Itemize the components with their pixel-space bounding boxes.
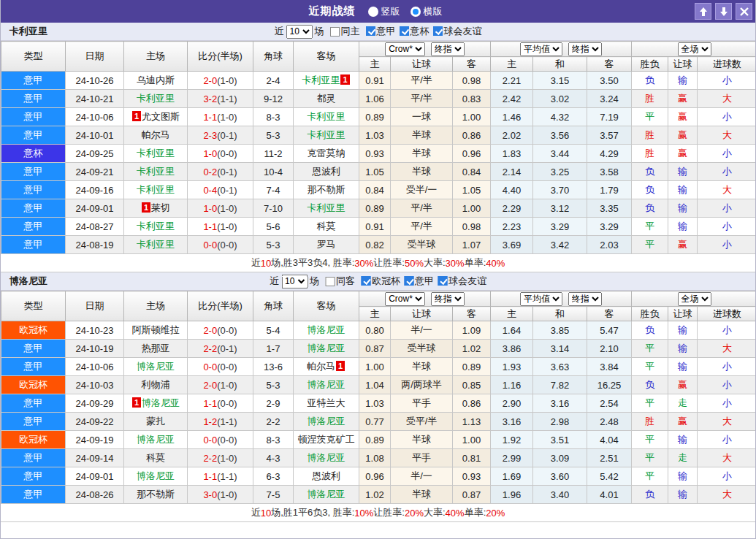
- team-name-text: 博洛尼亚: [137, 434, 175, 445]
- avg-odds-cell: 3.44: [533, 145, 587, 163]
- competition-cell: 意甲: [1, 72, 66, 90]
- checkbox-icon: [361, 276, 370, 286]
- match-row: 欧冠杯24-09-19博洛尼亚0-0(0-0)8-3顿涅茨克矿工0.89半球1.…: [1, 431, 756, 449]
- competition-cell: 意甲: [1, 108, 66, 126]
- result-cell: 大: [698, 90, 756, 108]
- col-away-odds: 客: [453, 57, 491, 72]
- move-down-button[interactable]: [715, 3, 732, 20]
- average-group-header: 平均值 终指: [491, 42, 632, 57]
- result-cell: 输: [668, 467, 698, 486]
- team-cell: 卡利亚里: [294, 199, 359, 218]
- average-select[interactable]: 平均值: [520, 42, 562, 56]
- result-cell: 负: [632, 163, 668, 181]
- score-cell: 0-0(0-0): [188, 236, 253, 254]
- corner-cell: 11-2: [253, 145, 294, 163]
- halftime-score: (0-1): [217, 185, 237, 196]
- close-button[interactable]: [736, 3, 752, 20]
- avg-odds-cell: 3.15: [533, 72, 587, 90]
- final-odds-select[interactable]: 终指: [431, 42, 465, 56]
- score-cell: 0-0(0-0): [188, 358, 253, 376]
- avg-odds-cell: 3.24: [587, 90, 632, 108]
- competition-cell: 欧冠杯: [1, 376, 66, 394]
- avg-odds-cell: 2.02: [491, 126, 533, 145]
- team-cell: 博洛尼亚: [294, 413, 359, 431]
- close-icon: [740, 7, 749, 16]
- team-cell: 1尤文图斯: [124, 108, 188, 126]
- checkbox-icon: [325, 277, 335, 286]
- final-odds-select[interactable]: 终指: [568, 42, 602, 56]
- competition-cell: 意甲: [1, 358, 66, 376]
- col-avg-draw: 和: [533, 307, 587, 321]
- corner-cell: 1-7: [253, 340, 294, 358]
- odds-cell: 平手: [391, 449, 453, 467]
- final-odds-select[interactable]: 终指: [568, 292, 602, 306]
- col-corners: 角球: [253, 291, 294, 321]
- same-venue-checkbox[interactable]: 同客: [325, 275, 355, 288]
- team-name-text: 卡利亚里: [308, 129, 345, 140]
- league-filter-checkbox[interactable]: 意甲: [404, 275, 434, 288]
- result-cell: 赢: [668, 108, 698, 126]
- competition-cell: 欧冠杯: [1, 321, 66, 340]
- team-cell: 卡利亚里: [294, 108, 359, 126]
- match-row: 意甲24-08-26那不勒斯3-0(1-0)7-5博洛尼亚1.02半球0.871…: [1, 486, 756, 504]
- avg-odds-cell: 3.35: [587, 199, 632, 218]
- league-filters: 意甲意杯球会友谊: [362, 25, 482, 39]
- team-cell: 博洛尼亚: [124, 358, 188, 376]
- avg-odds-cell: 2.99: [491, 449, 533, 467]
- team-cell: 乌迪内斯: [124, 72, 188, 90]
- scope-select[interactable]: 全场: [678, 42, 711, 56]
- team-cell: 博洛尼亚: [124, 431, 188, 449]
- bookmaker-select[interactable]: Crow*: [385, 292, 425, 306]
- summary-text: 大率:: [424, 256, 446, 270]
- layout-radio-horizontal[interactable]: 横版: [411, 5, 443, 18]
- summary-text: 10: [261, 508, 271, 519]
- corner-cell: 7-10: [253, 199, 294, 218]
- bookmaker-select[interactable]: Crow*: [385, 42, 425, 56]
- result-cell: 小: [698, 199, 756, 218]
- match-count-select[interactable]: 10: [286, 25, 313, 39]
- avg-odds-cell: 2.98: [533, 413, 587, 431]
- same-venue-checkbox[interactable]: 同主: [330, 25, 360, 38]
- average-select[interactable]: 平均值: [520, 292, 562, 306]
- odds-cell: 平/半: [391, 218, 453, 236]
- final-odds-select[interactable]: 终指: [431, 292, 465, 306]
- team-cell: 那不勒斯: [124, 486, 188, 504]
- halftime-score: (1-1): [217, 416, 237, 427]
- checkbox-label: 意甲: [415, 275, 434, 288]
- result-cell: 胜: [632, 126, 668, 145]
- result-cell: 胜: [632, 90, 668, 108]
- team-name-text: 博洛尼亚: [308, 324, 345, 335]
- scope-select[interactable]: 全场: [678, 292, 711, 306]
- odds-cell: 0.98: [453, 218, 491, 236]
- odds-cell: 半/一: [391, 467, 453, 486]
- section-cagliari: 卡利亚里 近 10 场 同主 意甲意杯球会友谊 类型: [1, 23, 755, 272]
- corner-cell: 7-5: [253, 486, 294, 504]
- halftime-score: (0-0): [217, 398, 237, 409]
- col-date: 日期: [66, 42, 124, 72]
- avg-odds-cell: 3.60: [533, 467, 587, 486]
- league-filter-checkbox[interactable]: 意杯: [400, 25, 429, 38]
- league-filter-checkbox[interactable]: 欧冠杯: [361, 275, 400, 288]
- layout-radio-vertical[interactable]: 竖版: [368, 5, 400, 18]
- match-count-select[interactable]: 10: [281, 275, 308, 288]
- league-filter-checkbox[interactable]: 球会友谊: [438, 275, 486, 288]
- odds-cell: 半球: [391, 163, 453, 181]
- move-up-button[interactable]: [695, 3, 711, 20]
- league-filter-checkbox[interactable]: 意甲: [366, 25, 396, 38]
- summary-bar: 近10场,胜3平3负4, 胜率:30% 让胜率:50% 大率:30% 单率:40…: [1, 254, 755, 272]
- table-header: 类型 日期 主场 比分(半场) 角球 客场 Crow* 终指 平均值 终指: [1, 291, 756, 321]
- result-cell: 大: [698, 340, 756, 358]
- team-name-text: 阿斯顿维拉: [132, 324, 180, 335]
- date-cell: 24-10-19: [66, 340, 124, 358]
- fulltime-score: 2-0: [203, 380, 217, 391]
- result-cell: 小: [698, 321, 756, 340]
- summary-text: 场,胜1平6负3, 胜率:: [271, 506, 354, 519]
- odds-cell: 半球: [391, 358, 453, 376]
- col-result: 胜负: [632, 57, 668, 72]
- odds-cell: 0.86: [453, 126, 491, 145]
- score-cell: 0-0(0-0): [188, 431, 253, 449]
- avg-odds-cell: 2.03: [587, 236, 632, 254]
- league-filter-checkbox[interactable]: 球会友谊: [433, 25, 482, 38]
- team-name-text: 博洛尼亚: [308, 416, 345, 427]
- corner-cell: 8-3: [253, 431, 294, 449]
